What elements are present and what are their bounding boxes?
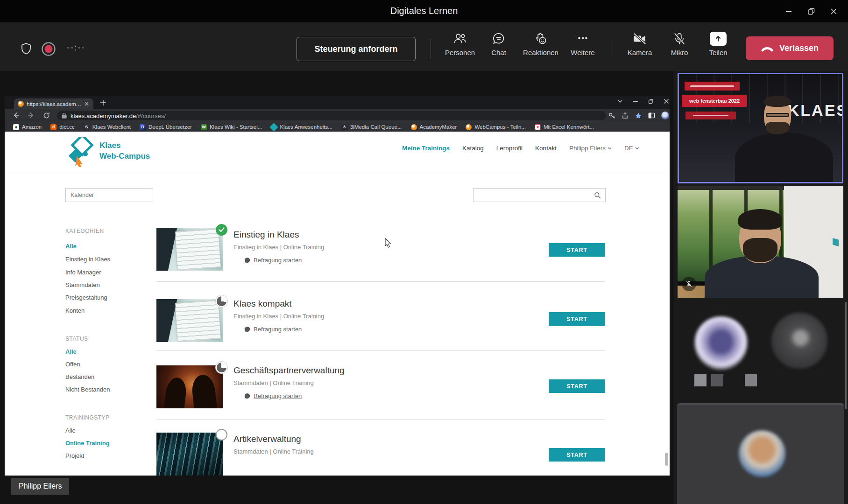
reactions-button[interactable]: Reaktionen (519, 32, 562, 56)
camera-button[interactable]: Kamera (618, 32, 661, 56)
password-key-icon[interactable] (608, 112, 615, 119)
filter-status-bestanden[interactable]: Bestanden (65, 373, 94, 380)
filter-kategorien-alle[interactable]: Alle (65, 243, 77, 250)
bookmark-klaes-wiki[interactable]: WKlaes Wiki - Startsei... (201, 124, 262, 130)
status-progress-badge (216, 295, 227, 307)
course-thumbnail[interactable] (156, 433, 223, 476)
survey-link[interactable]: Befragung starten (244, 257, 302, 264)
banner-bottom (685, 112, 736, 119)
survey-link[interactable]: Befragung starten (244, 392, 302, 399)
self-view-tile[interactable] (677, 403, 844, 504)
mic-button[interactable]: Mikro (658, 32, 701, 56)
search-field[interactable] (473, 188, 606, 202)
window-title: Digitales Lernen (390, 6, 458, 16)
bookmark-star-icon[interactable] (635, 112, 642, 119)
excel-favicon: x (535, 124, 541, 130)
forward-icon[interactable] (28, 112, 35, 119)
share-button[interactable]: Teilen (697, 32, 740, 56)
filter-kategorien-konten[interactable]: Konten (65, 307, 85, 314)
bookmark-klaes-webclient[interactable]: SKlaes Webclient (84, 124, 131, 130)
browser-restore-icon[interactable] (648, 98, 654, 104)
site-logo-text[interactable]: KlaesWeb-Campus (99, 140, 150, 162)
klaes-sign-text: KLAES (788, 101, 843, 119)
window-menu-chevron-icon[interactable] (617, 98, 623, 104)
filter-status-offen[interactable]: Offen (65, 361, 80, 368)
video-tile-speaker[interactable]: web fensterbau 2022 KLAES (678, 73, 843, 183)
people-button[interactable]: Personen (438, 32, 481, 56)
course-thumbnail[interactable] (156, 365, 223, 408)
bookmark-amazon[interactable]: aAmazon (13, 124, 42, 130)
calendar-input[interactable] (66, 192, 150, 198)
reactions-icon (534, 32, 548, 46)
filter-typ-projekt[interactable]: Projekt (65, 452, 84, 459)
start-button[interactable]: START (549, 243, 605, 257)
filter-kategorien-preisgestaltung[interactable]: Preisgestaltung (65, 294, 107, 301)
nav-meine-trainings[interactable]: Meine Trainings (402, 145, 450, 152)
filter-typ-online-training[interactable]: Online Training (65, 440, 110, 447)
browser-minimize-icon[interactable] (633, 98, 638, 104)
minimize-button[interactable] (781, 5, 797, 17)
reload-icon[interactable] (43, 112, 50, 119)
course-title[interactable]: Einstieg in Klaes (233, 230, 299, 240)
klaes-logo-icon[interactable] (67, 137, 96, 167)
close-button[interactable] (826, 5, 841, 17)
new-tab-button[interactable] (99, 99, 107, 106)
start-button[interactable]: START (549, 379, 605, 393)
nav-kontakt[interactable]: Kontakt (535, 145, 557, 152)
course-subtitle: Einstieg in Klaes | Online Training (233, 244, 324, 251)
browser-toolbar: klaes.academymaker.de/#/courses/ (5, 109, 670, 122)
calendar-field[interactable] (65, 188, 153, 202)
bookmarks-bar: aAmazon ddict.cc SKlaes Webclient DDeepL… (5, 122, 670, 132)
nav-user-menu[interactable]: Philipp Eilers (569, 145, 612, 152)
filter-status-alle[interactable]: Alle (65, 348, 77, 355)
filter-typ-alle[interactable]: Alle (65, 427, 76, 434)
filter-status-nicht-bestanden[interactable]: Nicht Bestanden (65, 386, 110, 393)
filter-kategorien-einstieg[interactable]: Einstieg in Klaes (65, 256, 110, 263)
tab-close-icon[interactable] (85, 102, 89, 106)
leave-button[interactable]: Verlassen (746, 36, 834, 60)
participant-avatar[interactable] (694, 316, 748, 370)
course-thumbnail[interactable] (156, 299, 223, 342)
nav-katalog[interactable]: Katalog (462, 145, 484, 152)
start-button[interactable]: START (549, 448, 605, 462)
bookmark-excel-kennwort[interactable]: xMit Excel Kennwört... (535, 124, 594, 130)
chat-button[interactable]: Chat (477, 32, 520, 56)
profile-avatar[interactable] (661, 112, 669, 119)
course-title[interactable]: Artikelverwaltung (233, 434, 301, 444)
course-thumbnail[interactable] (156, 228, 223, 271)
bookmark-webcampus[interactable]: WebCampus - Teiln... (466, 124, 526, 130)
filter-kategorien-stammdaten[interactable]: Stammdaten (65, 281, 100, 288)
chat-icon (492, 32, 506, 46)
browser-close-icon[interactable] (664, 98, 669, 104)
restore-button[interactable] (803, 5, 819, 17)
course-title[interactable]: Geschäftspartnerverwaltung (233, 365, 345, 376)
chat-label: Chat (491, 49, 506, 56)
side-panel-icon[interactable] (648, 112, 655, 119)
back-icon[interactable] (12, 112, 20, 119)
search-input[interactable] (473, 192, 594, 198)
bookmark-deepl[interactable]: DDeepL Übersetzer (140, 124, 192, 130)
more-button[interactable]: Weitere (561, 32, 604, 56)
course-title[interactable]: Klaes kompakt (233, 299, 292, 309)
address-bar[interactable]: klaes.academymaker.de/#/courses/ (57, 111, 606, 120)
recording-indicator-icon[interactable] (41, 42, 56, 56)
filter-kategorien-infomanager[interactable]: Info Manager (65, 269, 101, 276)
nav-language[interactable]: DE (624, 145, 639, 152)
bookmark-klaes-anwesenheit[interactable]: Klaes Anwesenheits... (271, 124, 332, 130)
request-control-button[interactable]: Steuerung anfordern (297, 37, 416, 61)
nav-lernprofil[interactable]: Lernprofil (496, 145, 523, 152)
academymaker-favicon (411, 124, 417, 130)
speech-bubble-icon (244, 257, 250, 263)
page-scrollbar[interactable] (665, 453, 668, 466)
start-button[interactable]: START (549, 312, 605, 326)
bookmark-academymaker[interactable]: AcademyMaker (411, 124, 457, 130)
browser-tab[interactable]: https://klaes.academymaker.de/# (14, 98, 93, 109)
bookmark-dictcc[interactable]: ddict.cc (50, 124, 75, 130)
share-page-icon[interactable] (622, 112, 629, 119)
video-tile-participant[interactable] (678, 186, 843, 298)
bookmark-3imedia[interactable]: 33iMedia Call Queue... (341, 124, 402, 130)
survey-link[interactable]: Befragung starten (244, 326, 302, 333)
participant-avatar[interactable] (771, 313, 827, 369)
speech-bubble-icon (244, 393, 250, 399)
panel-scrollbar[interactable] (845, 302, 847, 409)
